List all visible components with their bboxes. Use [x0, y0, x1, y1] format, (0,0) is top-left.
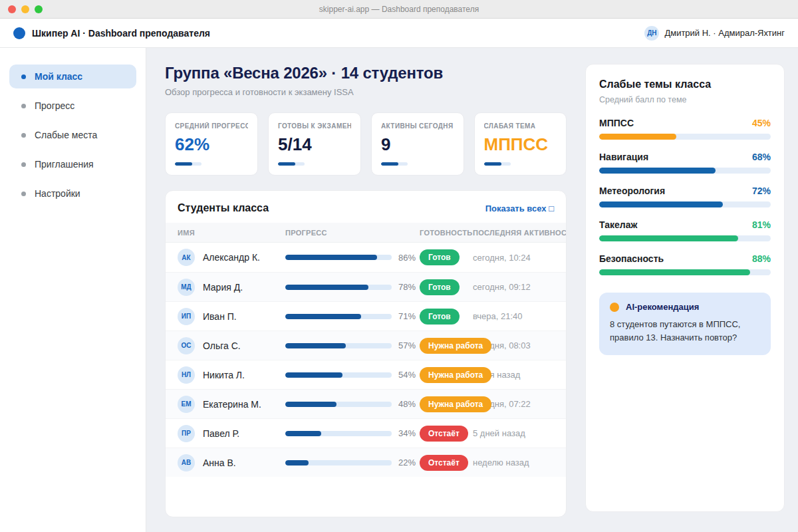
page-subtitle: Обзор прогресса и готовности к экзамену …	[165, 87, 567, 97]
topic-name: Навигация	[599, 152, 648, 162]
topic-item: Навигация 68%	[599, 152, 771, 174]
column-header: ПРОГРЕСС	[285, 229, 420, 237]
topic-name: МППСС	[599, 118, 634, 128]
progress-percent: 54%	[398, 370, 416, 380]
progress-bar	[285, 285, 392, 290]
status-badge: Нужна работа	[420, 396, 491, 412]
column-header: ИМЯ	[178, 229, 285, 237]
topic-percent: 72%	[752, 186, 771, 196]
topic-item: МППСС 45%	[599, 118, 771, 140]
student-row[interactable]: ПР Павел Р. 34% Отстаёт 5 дней назад	[166, 418, 566, 448]
progress-percent: 71%	[398, 311, 416, 321]
stat-value: 9	[381, 134, 454, 155]
user-avatar: ДН	[644, 26, 659, 41]
zoom-window-button[interactable]	[35, 5, 43, 13]
student-row[interactable]: ОС Ольга С. 57% Нужна работа сегодня, 08…	[166, 331, 566, 360]
last-activity: сегодня, 10:24	[473, 253, 554, 263]
student-name: Ольга С.	[203, 340, 241, 351]
topic-bar	[599, 201, 771, 207]
topic-bar	[599, 134, 771, 140]
stat-label: АКТИВНЫ СЕГОДНЯ	[381, 122, 454, 130]
student-avatar: НЛ	[178, 366, 195, 384]
ai-recommendation-card[interactable]: AI-рекомендация 8 студентов путаются в М…	[599, 293, 771, 355]
status-badge: Отстаёт	[420, 426, 468, 442]
progress-bar	[285, 343, 392, 348]
close-window-button[interactable]	[8, 5, 16, 13]
window-title: skipper-ai.app — Dashboard преподавателя	[0, 5, 798, 14]
status-badge: Нужна работа	[420, 367, 491, 383]
last-activity: вчера, 21:40	[473, 311, 554, 321]
student-name: Никита Л.	[203, 370, 245, 380]
nav-bullet-icon	[21, 162, 26, 167]
sidebar-item-1[interactable]: Прогресс	[9, 94, 136, 118]
student-avatar: АК	[178, 249, 195, 266]
user-account-chip[interactable]: ДН Дмитрий Н. · Адмирал-Яхтинг	[644, 26, 785, 41]
minimize-window-button[interactable]	[21, 5, 29, 13]
window-controls	[8, 5, 43, 13]
topic-name: Безопасность	[599, 253, 664, 264]
stat-card: АКТИВНЫ СЕГОДНЯ 9	[371, 112, 464, 176]
sidebar-item-2[interactable]: Слабые места	[9, 123, 136, 147]
ai-recommendation-text: 8 студентов путаются в МППСС, правило 13…	[610, 318, 760, 344]
progress-bar	[285, 402, 392, 407]
table-body: АК Александр К. 86% Готов сегодня, 10:24…	[166, 243, 566, 477]
student-row[interactable]: МД Мария Д. 78% Готов сегодня, 09:12	[166, 272, 566, 301]
column-header: ГОТОВНОСТЬ	[420, 229, 473, 237]
last-activity: неделю назад	[473, 458, 554, 467]
app-title: Шкипер AI · Dashboard преподавателя	[32, 28, 210, 39]
stat-cards-row: СРЕДНИЙ ПРОГРЕСС 62% ГОТОВЫ К ЭКЗАМЕНУ 5…	[165, 112, 567, 176]
stat-label: СРЕДНИЙ ПРОГРЕСС	[175, 122, 248, 130]
status-badge: Отстаёт	[420, 455, 468, 471]
student-row[interactable]: ИП Иван П. 71% Готов вчера, 21:40	[166, 301, 566, 331]
topic-bar	[599, 269, 771, 275]
students-table-card: Студенты класса Показать всех □ ИМЯПРОГР…	[165, 190, 567, 517]
progress-bar	[285, 372, 392, 378]
student-row[interactable]: НЛ Никита Л. 54% Нужна работа 2 дня наза…	[166, 360, 566, 389]
progress-bar	[285, 314, 392, 319]
content-area: Мой класс Прогресс Слабые места Приглаше…	[0, 48, 798, 532]
last-activity: 5 дней назад	[473, 428, 554, 438]
user-name: Дмитрий Н. · Адмирал-Яхтинг	[664, 28, 785, 38]
stat-value: МППСС	[484, 134, 557, 155]
student-avatar: МД	[178, 279, 195, 296]
progress-percent: 22%	[398, 458, 416, 467]
student-name: Мария Д.	[203, 282, 243, 293]
topic-bar	[599, 168, 771, 174]
sidebar-nav: Мой класс Прогресс Слабые места Приглаше…	[0, 48, 146, 532]
weak-topics-title: Слабые темы класса	[599, 78, 771, 90]
progress-percent: 57%	[398, 340, 416, 350]
progress-percent: 86%	[398, 253, 416, 263]
stat-card: СЛАБАЯ ТЕМА МППСС	[474, 112, 567, 176]
status-badge: Готов	[420, 309, 460, 325]
stat-value: 5/14	[278, 134, 351, 155]
progress-bar	[285, 460, 392, 466]
ai-recommendation-title: AI-рекомендация	[626, 302, 699, 312]
topics-list: МППСС 45% Навигация 68% Метеорология 72%…	[599, 118, 771, 275]
stat-minibar	[381, 162, 408, 166]
topic-percent: 68%	[752, 152, 771, 162]
topic-percent: 45%	[752, 118, 771, 128]
nav-bullet-icon	[21, 74, 26, 79]
stat-minibar	[484, 162, 511, 166]
stat-minibar	[175, 162, 201, 166]
page-title: Группа «Весна 2026» · 14 студентов	[165, 64, 567, 82]
student-avatar: ЕМ	[178, 396, 195, 413]
student-row[interactable]: АВ Анна В. 22% Отстаёт неделю назад	[166, 448, 566, 477]
sidebar-item-3[interactable]: Приглашения	[9, 152, 136, 176]
sidebar-item-0[interactable]: Мой класс	[9, 65, 136, 88]
sidebar-item-label: Слабые места	[35, 130, 97, 140]
table-header-row: ИМЯПРОГРЕССГОТОВНОСТЬПОСЛЕДНЯЯ АКТИВНОСТ…	[166, 223, 566, 243]
student-row[interactable]: ЕМ Екатерина М. 48% Нужна работа сегодня…	[166, 389, 566, 418]
topic-item: Метеорология 72%	[599, 186, 771, 207]
column-header: ПОСЛЕДНЯЯ АКТИВНОСТЬ	[473, 229, 567, 237]
show-all-link[interactable]: Показать всех □	[485, 203, 554, 213]
stat-value: 62%	[175, 134, 248, 155]
topic-name: Метеорология	[599, 186, 665, 196]
table-title: Студенты класса	[178, 202, 269, 214]
sidebar-item-label: Мой класс	[35, 71, 82, 82]
student-row[interactable]: АК Александр К. 86% Готов сегодня, 10:24	[166, 243, 566, 272]
student-avatar: ПР	[178, 425, 195, 442]
sidebar-item-4[interactable]: Настройки	[9, 182, 136, 205]
app-logo-icon	[13, 27, 25, 39]
topic-percent: 81%	[752, 219, 771, 230]
